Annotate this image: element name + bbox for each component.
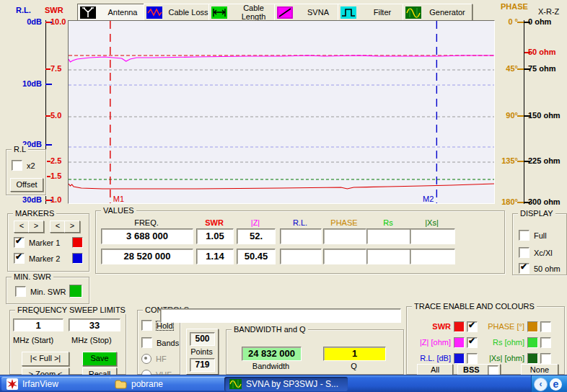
markers-group: MARKERS < > < > ✔ Marker 1 ✔ Marker 2 (7, 213, 89, 272)
bands-row[interactable]: ✔ Bands (141, 337, 179, 348)
trace-xs-checkbox[interactable]: ✔ (540, 353, 551, 364)
marker1-right-button[interactable]: > (28, 220, 44, 233)
axis-tick (45, 144, 52, 146)
tab-label: Generator (426, 8, 469, 17)
marker1-checkbox[interactable]: ✔ (14, 237, 25, 248)
trace-phase-label: PHASE [°] (478, 322, 524, 331)
trace-xs-swatch[interactable] (527, 353, 538, 364)
trace-phase-swatch[interactable] (527, 321, 538, 332)
cable-length-icon (211, 6, 227, 19)
hold-checkbox[interactable]: ✔ (141, 320, 152, 331)
display-full-checkbox[interactable]: ✔ (519, 230, 529, 241)
svna-icon (277, 6, 293, 19)
freq-stop-input[interactable] (69, 318, 120, 331)
taskbar-item-irfanview[interactable]: IrfanView (1, 377, 117, 391)
rl-x2-row[interactable]: ✔ x2 (12, 160, 35, 171)
marker-label-m2: M2 (423, 195, 434, 203)
display-50ohm-label: 50 ohm (534, 264, 561, 273)
rl-x2-label: x2 (27, 161, 35, 170)
command-input[interactable] (160, 308, 401, 323)
display-xcxl-row[interactable]: ✔ Xc/Xl (519, 247, 553, 258)
taskbar: IrfanView pobrane SVNA by SP3SWJ - S... … (0, 375, 567, 392)
offset-button[interactable]: Offset (10, 178, 43, 192)
axis-tick (45, 68, 50, 70)
irfanview-icon (6, 378, 18, 390)
cable-loss-icon (146, 6, 162, 19)
min-swr-group: MIN. SWR ✔ Min. SWR (6, 277, 89, 304)
trace-phase-checkbox[interactable]: ✔ (540, 321, 551, 332)
marker2-right-button[interactable]: > (64, 220, 80, 233)
axis-tick (524, 161, 530, 162)
display-group-title: DISPLAY (518, 209, 555, 218)
right-axis-ohm-label: 50 ohm (528, 48, 567, 56)
rl-axis-caption: R.L. (16, 6, 31, 14)
full-span-button[interactable]: |< Full >| (22, 352, 69, 366)
marker1-label: Marker 1 (29, 239, 60, 247)
save-button[interactable]: Save (82, 352, 117, 366)
sweep-plot[interactable]: M1M2 (68, 20, 495, 204)
folder-icon (115, 379, 127, 389)
rl-x2-checkbox[interactable]: ✔ (12, 160, 22, 171)
col-header-phase: PHASE (323, 218, 365, 227)
tab-filter[interactable]: Filter (338, 4, 408, 21)
min-swr-checkbox[interactable]: ✔ (15, 286, 26, 297)
value-rl-m1 (280, 228, 322, 244)
tab-generator[interactable]: Generator (403, 4, 472, 21)
min-swr-color-swatch[interactable] (69, 285, 82, 298)
trace-z-checkbox[interactable]: ✔ (467, 337, 478, 348)
right-axis-ohm-label: 75 ohm (528, 64, 567, 73)
value-phase-m1 (323, 228, 366, 244)
display-full-row[interactable]: ✔ Full (519, 230, 547, 241)
marker2-checkbox[interactable]: ✔ (14, 253, 25, 264)
trace-swr (69, 184, 494, 189)
axis-tick (517, 22, 524, 23)
trace-z-swatch[interactable] (454, 337, 465, 348)
min-swr-row[interactable]: ✔ Min. SWR (15, 286, 66, 297)
col-header-swr: SWR (196, 218, 232, 227)
collapse-chevron-icon[interactable]: ‹ (534, 378, 548, 391)
emule-icon[interactable]: e (550, 378, 562, 391)
display-50ohm-row[interactable]: ✔ 50 ohm (519, 263, 561, 274)
right-axis-ohm-label: 0 ohm (528, 17, 567, 26)
plot-canvas: M1M2 (69, 21, 494, 203)
axis-tick (524, 202, 530, 203)
marker2-left-button[interactable]: < (50, 220, 66, 233)
bandwidth-value: 24 832 000 (242, 347, 302, 361)
trace-rl-checkbox[interactable]: ✔ (467, 353, 478, 364)
marker2-row[interactable]: ✔ Marker 2 (14, 253, 60, 264)
phase-axis-caption: PHASE (501, 2, 528, 11)
value-xs-m1 (410, 228, 455, 244)
hf-radio-row[interactable]: HF (141, 354, 167, 364)
trace-rs-swatch[interactable] (527, 337, 538, 348)
tab-svna[interactable]: SVNA (274, 4, 343, 21)
bands-checkbox[interactable]: ✔ (141, 337, 152, 348)
tab-cable-loss[interactable]: Cable Loss (144, 4, 214, 21)
display-xcxl-checkbox[interactable]: ✔ (519, 247, 529, 258)
trace-swr-checkbox[interactable]: ✔ (467, 321, 478, 332)
trace-swr-swatch[interactable] (454, 321, 465, 332)
tab-cable-length[interactable]: Cable Length (208, 4, 279, 21)
axis-tick (45, 115, 50, 117)
marker2-label: Marker 2 (29, 254, 60, 263)
display-50ohm-checkbox[interactable]: ✔ (519, 263, 529, 274)
axis-tick (45, 84, 52, 85)
marker1-color-swatch[interactable] (72, 237, 83, 248)
marker1-row[interactable]: ✔ Marker 1 (14, 237, 60, 248)
taskbar-item-pobrane[interactable]: pobrane (110, 377, 232, 391)
marker1-left-button[interactable]: < (14, 220, 30, 233)
trace-swr-label: SWR (406, 322, 451, 331)
tab-antenna[interactable]: Antenna (77, 4, 149, 21)
col-header-xs: |Xs| (410, 218, 454, 227)
points-bottom-value: 719 (190, 358, 215, 372)
freq-start-input[interactable] (13, 318, 63, 331)
taskbar-item-svna[interactable]: SVNA by SP3SWJ - S... (224, 377, 348, 391)
hf-radio[interactable] (141, 354, 151, 364)
trace-rs-checkbox[interactable]: ✔ (540, 337, 551, 348)
trace-rl-swatch[interactable] (454, 353, 465, 364)
axis-tick (45, 176, 50, 177)
bandwidth-label: Bandwidth (242, 362, 300, 370)
left-axis-db-label: 10dB (12, 79, 42, 88)
marker2-color-swatch[interactable] (72, 253, 83, 264)
hf-label: HF (156, 355, 167, 363)
xrz-caption: X-R-Z (538, 7, 559, 16)
